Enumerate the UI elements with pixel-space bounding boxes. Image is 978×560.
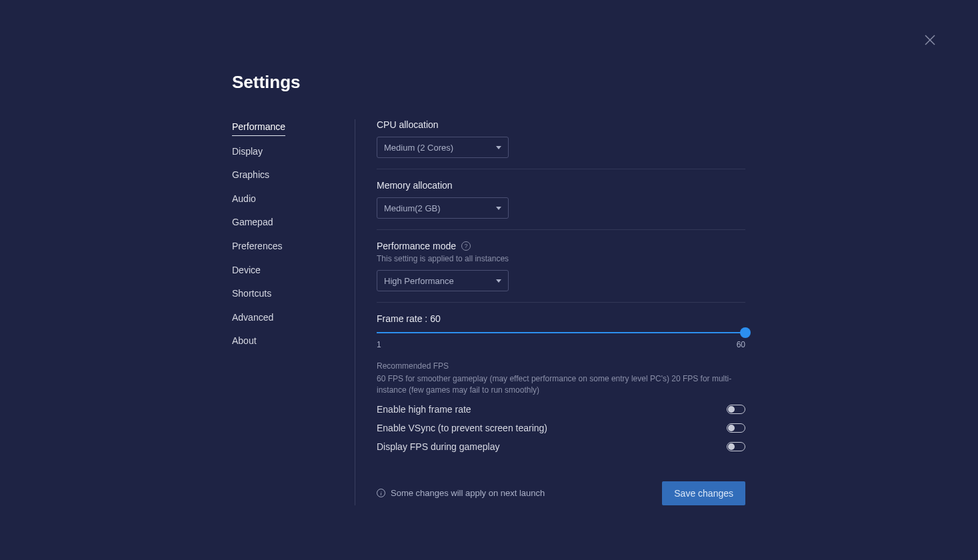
frame-rate-slider-thumb[interactable]: [740, 327, 751, 338]
frame-rate-min: 1: [377, 340, 381, 349]
chevron-down-icon: [496, 207, 501, 210]
performance-mode-label: Performance mode ?: [377, 241, 745, 251]
display-fps-label: Display FPS during gameplay: [377, 441, 499, 452]
sidebar-item-about[interactable]: About: [232, 333, 341, 349]
sidebar-item-device[interactable]: Device: [232, 263, 341, 279]
cpu-allocation-label: CPU allocation: [377, 119, 745, 130]
recommended-fps-body: 60 FPS for smoother gameplay (may effect…: [377, 373, 745, 396]
page-title: Settings: [232, 72, 745, 93]
sidebar-item-audio[interactable]: Audio: [232, 191, 341, 207]
enable-high-frame-rate-toggle[interactable]: [727, 405, 745, 414]
performance-mode-dropdown[interactable]: High Performance: [377, 270, 509, 291]
display-fps-toggle[interactable]: [727, 442, 745, 451]
chevron-down-icon: [496, 146, 501, 149]
memory-allocation-dropdown[interactable]: Medium(2 GB): [377, 197, 509, 219]
memory-allocation-value: Medium(2 GB): [384, 203, 441, 213]
memory-allocation-label: Memory allocation: [377, 180, 745, 191]
close-icon[interactable]: [923, 33, 937, 47]
sidebar-item-display[interactable]: Display: [232, 144, 341, 160]
cpu-allocation-dropdown[interactable]: Medium (2 Cores): [377, 137, 509, 158]
sidebar-item-preferences[interactable]: Preferences: [232, 239, 341, 255]
settings-sidebar: Performance Display Graphics Audio Gamep…: [232, 119, 355, 505]
frame-rate-label: Frame rate : 60: [377, 313, 745, 324]
frame-rate-max: 60: [737, 340, 745, 349]
recommended-fps-title: Recommended FPS: [377, 361, 745, 371]
sidebar-item-graphics[interactable]: Graphics: [232, 167, 341, 183]
performance-mode-value: High Performance: [384, 276, 454, 286]
launch-notice: i Some changes will apply on next launch: [377, 488, 545, 498]
sidebar-item-advanced[interactable]: Advanced: [232, 310, 341, 326]
cpu-allocation-value: Medium (2 Cores): [384, 143, 453, 153]
help-icon[interactable]: ?: [461, 241, 471, 251]
chevron-down-icon: [496, 279, 501, 283]
sidebar-item-shortcuts[interactable]: Shortcuts: [232, 286, 341, 302]
launch-notice-text: Some changes will apply on next launch: [391, 488, 545, 498]
enable-high-frame-rate-label: Enable high frame rate: [377, 404, 471, 415]
sidebar-item-performance[interactable]: Performance: [232, 119, 285, 136]
enable-vsync-toggle[interactable]: [727, 423, 745, 433]
performance-mode-subtext: This setting is applied to all instances: [377, 254, 745, 263]
info-icon: i: [377, 489, 385, 497]
performance-mode-label-text: Performance mode: [377, 241, 456, 251]
frame-rate-slider[interactable]: [377, 332, 745, 333]
save-changes-button[interactable]: Save changes: [662, 481, 745, 505]
sidebar-item-gamepad[interactable]: Gamepad: [232, 215, 341, 231]
enable-vsync-label: Enable VSync (to prevent screen tearing): [377, 423, 547, 433]
